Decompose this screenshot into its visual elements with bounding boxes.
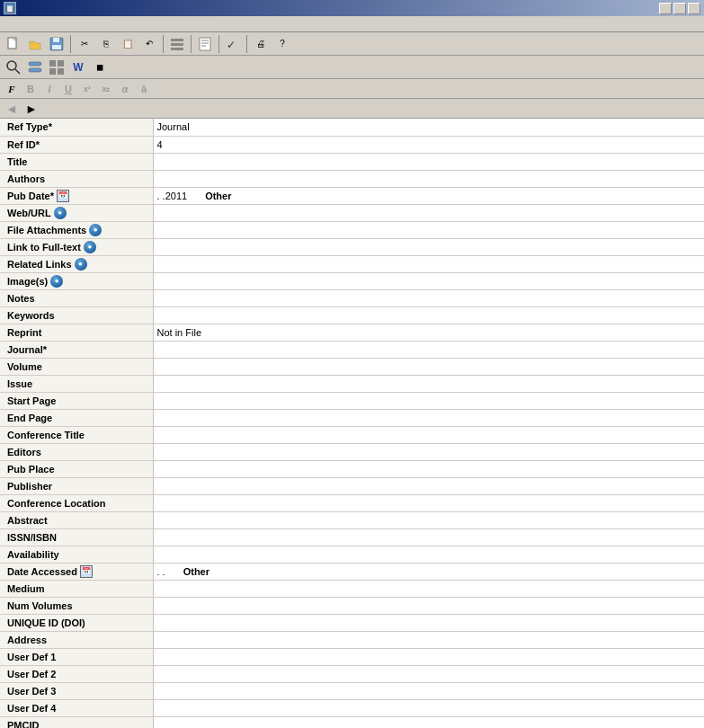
database-button[interactable] bbox=[25, 58, 45, 77]
field-value[interactable] bbox=[153, 716, 704, 728]
field-value[interactable] bbox=[153, 699, 704, 716]
calendar-icon[interactable]: 📅 bbox=[80, 565, 93, 578]
field-value[interactable] bbox=[153, 477, 704, 494]
table-row: User Def 4 bbox=[0, 699, 704, 716]
table-row: Start Page bbox=[0, 392, 704, 409]
field-value[interactable]: Journal bbox=[153, 119, 704, 136]
field-label-text: Web/URL bbox=[7, 208, 51, 218]
field-value[interactable] bbox=[153, 306, 704, 324]
field-value[interactable] bbox=[153, 409, 704, 426]
menu-view[interactable] bbox=[23, 23, 34, 25]
field-value[interactable] bbox=[153, 648, 704, 665]
field-value[interactable] bbox=[153, 665, 704, 682]
field-value[interactable]: . .Other bbox=[153, 563, 704, 580]
field-value[interactable] bbox=[153, 289, 704, 306]
field-value[interactable] bbox=[153, 426, 704, 443]
field-value[interactable]: . .2011Other bbox=[153, 187, 704, 204]
back-button[interactable]: ◄ bbox=[4, 102, 20, 116]
menu-window[interactable] bbox=[56, 23, 67, 25]
close-button[interactable] bbox=[688, 3, 700, 14]
title-bar-buttons[interactable] bbox=[659, 3, 700, 14]
field-value[interactable] bbox=[153, 682, 704, 699]
paste-button[interactable]: 📋 bbox=[118, 34, 138, 54]
field-value[interactable] bbox=[153, 170, 704, 187]
field-value[interactable] bbox=[153, 597, 704, 614]
menu-references[interactable] bbox=[34, 23, 45, 25]
link-icon[interactable]: ● bbox=[54, 207, 67, 219]
menu-tools[interactable] bbox=[45, 23, 56, 25]
calendar-icon[interactable]: 📅 bbox=[57, 190, 69, 202]
field-value[interactable] bbox=[153, 375, 704, 392]
svg-rect-4 bbox=[171, 39, 183, 41]
svg-rect-19 bbox=[58, 68, 64, 75]
field-value[interactable] bbox=[153, 460, 704, 477]
field-value[interactable] bbox=[153, 255, 704, 272]
forward-button[interactable]: ► bbox=[23, 102, 40, 116]
undo-button[interactable]: ↶ bbox=[139, 34, 159, 54]
table-row: End Page bbox=[0, 409, 704, 426]
format-underline-button[interactable]: U bbox=[60, 81, 76, 97]
field-value[interactable] bbox=[153, 580, 704, 597]
field-value[interactable] bbox=[153, 443, 704, 460]
table-row: Title bbox=[0, 153, 704, 170]
link-icon[interactable]: ● bbox=[89, 224, 102, 236]
field-label: Journal* bbox=[0, 341, 153, 358]
table-row: Keywords bbox=[0, 306, 704, 324]
field-value[interactable] bbox=[153, 494, 704, 511]
field-label: Image(s)● bbox=[0, 272, 153, 289]
link-icon[interactable]: ● bbox=[75, 258, 87, 271]
menu-file[interactable] bbox=[2, 23, 13, 25]
new-button[interactable] bbox=[4, 34, 23, 54]
format-subscript-button[interactable]: x₂ bbox=[98, 81, 114, 97]
table-row: ReprintNot in File bbox=[0, 324, 704, 341]
field-value[interactable]: 4 bbox=[153, 136, 704, 153]
field-value[interactable] bbox=[153, 221, 704, 238]
link-icon[interactable]: ● bbox=[50, 275, 63, 288]
field-value[interactable] bbox=[153, 341, 704, 358]
toolbar-row1: ✂ ⎘ 📋 ↶ ✓ 🖨 ? bbox=[0, 32, 704, 56]
field-value[interactable] bbox=[153, 238, 704, 255]
table-row: Notes bbox=[0, 289, 704, 306]
field-label: Reprint bbox=[0, 324, 153, 341]
format-italic-button[interactable]: I bbox=[41, 81, 58, 97]
open-button[interactable] bbox=[25, 34, 45, 54]
field-value[interactable] bbox=[153, 272, 704, 289]
field-value[interactable] bbox=[153, 614, 704, 631]
search-button[interactable] bbox=[4, 58, 23, 77]
field-value[interactable] bbox=[153, 392, 704, 409]
reference-button[interactable] bbox=[195, 34, 215, 54]
field-value[interactable] bbox=[153, 204, 704, 221]
format-bold-button[interactable]: F bbox=[4, 81, 20, 97]
menu-edit[interactable] bbox=[13, 23, 23, 25]
field-label: Title bbox=[0, 153, 153, 170]
maximize-button[interactable] bbox=[673, 3, 686, 14]
copy-button[interactable]: ⎘ bbox=[96, 34, 116, 54]
field-value[interactable] bbox=[153, 546, 704, 563]
list-view-button[interactable] bbox=[167, 34, 187, 54]
format-umlaut-button[interactable]: ä bbox=[136, 81, 152, 97]
format-superscript-button[interactable]: x² bbox=[79, 81, 95, 97]
word-button[interactable]: W bbox=[68, 58, 88, 77]
field-value[interactable] bbox=[153, 528, 704, 546]
table-row: Date Accessed📅. .Other bbox=[0, 563, 704, 580]
format-b-button[interactable]: B bbox=[22, 81, 39, 97]
extra-button[interactable]: ◼ bbox=[90, 58, 110, 77]
help-button[interactable]: ? bbox=[272, 34, 292, 54]
field-value[interactable]: Not in File bbox=[153, 324, 704, 341]
minimize-button[interactable] bbox=[659, 3, 672, 14]
menu-help[interactable] bbox=[67, 23, 77, 25]
svg-rect-7 bbox=[200, 38, 210, 50]
link-icon[interactable]: ● bbox=[84, 241, 96, 253]
field-label: User Def 2 bbox=[0, 665, 153, 682]
field-value[interactable] bbox=[153, 358, 704, 375]
field-value[interactable] bbox=[153, 511, 704, 528]
grid-button[interactable] bbox=[47, 58, 67, 77]
cut-button[interactable]: ✂ bbox=[75, 34, 94, 54]
field-value[interactable] bbox=[153, 153, 704, 170]
field-label: Conference Location bbox=[0, 494, 153, 511]
format-alpha-button[interactable]: α bbox=[117, 81, 133, 97]
spell-button[interactable]: ✓ bbox=[223, 34, 243, 54]
field-value[interactable] bbox=[153, 631, 704, 648]
save-button[interactable] bbox=[47, 34, 67, 54]
print-button[interactable]: 🖨 bbox=[251, 34, 271, 54]
